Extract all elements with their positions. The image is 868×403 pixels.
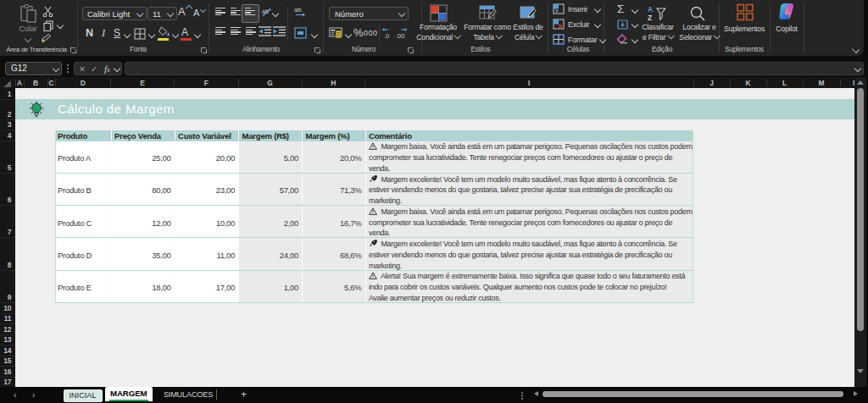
svg-text:ab: ab bbox=[294, 6, 301, 14]
svg-text:Z: Z bbox=[648, 14, 652, 22]
svg-text:.0: .0 bbox=[384, 32, 389, 39]
svg-text:ab: ab bbox=[262, 8, 269, 14]
svg-text:.00: .00 bbox=[396, 32, 404, 39]
svg-text:A: A bbox=[648, 5, 653, 14]
